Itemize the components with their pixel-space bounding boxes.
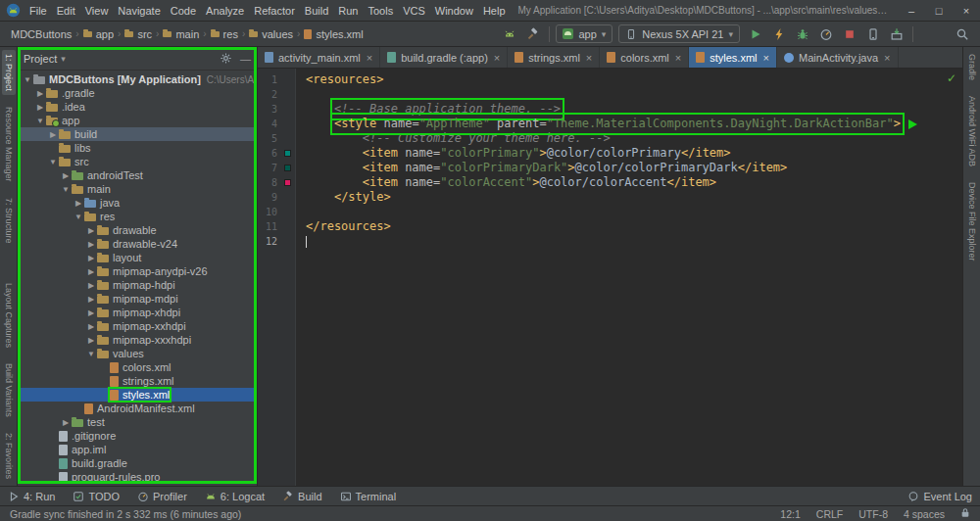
- tree-expand-icon[interactable]: ▶: [85, 336, 97, 345]
- tree-item-mipmap-anydpi-v26[interactable]: ▶mipmap-anydpi-v26: [18, 264, 257, 278]
- menu-analyze[interactable]: Analyze: [201, 5, 249, 17]
- tree-expand-icon[interactable]: ▶: [85, 267, 97, 276]
- tree-collapse-icon[interactable]: ▼: [47, 158, 59, 166]
- tool-window-build[interactable]: Build: [282, 491, 321, 502]
- stop-button[interactable]: [840, 24, 859, 44]
- tree-collapse-icon[interactable]: ▼: [34, 117, 46, 125]
- tree-item-res[interactable]: ▼res: [18, 210, 257, 223]
- tree-item-mipmap-xhdpi[interactable]: ▶mipmap-xhdpi: [18, 306, 257, 319]
- tool-stripe-7-structure[interactable]: 7: Structure: [2, 194, 16, 248]
- sdk-manager-button[interactable]: [887, 24, 906, 44]
- caret-position[interactable]: 12:1: [780, 508, 800, 520]
- profile-button[interactable]: [816, 24, 836, 44]
- tree-item-app-iml[interactable]: app.iml: [18, 443, 257, 456]
- tree-item-mdcbuttons-my-application[interactable]: ▼MDCButtons [My Application]C:\Users\Adi…: [18, 72, 257, 86]
- tool-window-profiler[interactable]: Profiler: [137, 491, 187, 502]
- tree-collapse-icon[interactable]: ▼: [85, 350, 97, 358]
- menu-navigate[interactable]: Navigate: [113, 5, 165, 17]
- tree-expand-icon[interactable]: ▶: [34, 89, 46, 98]
- tree-item-mipmap-hdpi[interactable]: ▶mipmap-hdpi: [18, 278, 257, 292]
- breadcrumb-styles-xml[interactable]: styles.xml: [301, 28, 366, 40]
- tree-expand-icon[interactable]: ▶: [85, 254, 97, 262]
- close-tab-icon[interactable]: ×: [675, 52, 681, 64]
- tree-item-androidtest[interactable]: ▶androidTest: [18, 168, 257, 182]
- tree-item-styles-xml[interactable]: styles.xml: [18, 388, 257, 402]
- menu-run[interactable]: Run: [333, 5, 363, 17]
- tree-item-colors-xml[interactable]: colors.xml: [18, 360, 257, 374]
- debug-button[interactable]: [793, 24, 812, 44]
- tree-expand-icon[interactable]: ▶: [85, 281, 97, 290]
- tool-stripe-android-wifi-adb[interactable]: Android WiFi ADB: [965, 92, 979, 170]
- tree-item-gitignore[interactable]: .gitignore: [18, 429, 257, 443]
- tree-item-layout[interactable]: ▶layout: [18, 251, 257, 264]
- tree-item-src[interactable]: ▼src: [18, 155, 257, 168]
- tree-item-idea[interactable]: ▶.idea: [18, 100, 257, 114]
- avd-manager-button[interactable]: [863, 24, 883, 44]
- search-everywhere-button[interactable]: [953, 24, 972, 44]
- tree-expand-icon[interactable]: ▶: [85, 295, 97, 304]
- tree-item-libs[interactable]: libs: [18, 141, 257, 155]
- tree-expand-icon[interactable]: ▶: [47, 130, 59, 139]
- menu-edit[interactable]: Edit: [52, 5, 80, 17]
- inspection-ok-icon[interactable]: ✓: [947, 71, 956, 85]
- tree-expand-icon[interactable]: ▶: [60, 171, 72, 180]
- tree-expand-icon[interactable]: ▶: [34, 103, 46, 112]
- code-line-5[interactable]: 5 <!-- Customize your theme here. -->: [258, 131, 962, 146]
- tool-window-4-run[interactable]: 4: Run: [8, 491, 55, 502]
- run-button[interactable]: [746, 24, 765, 44]
- close-tab-icon[interactable]: ×: [586, 52, 592, 64]
- maximize-button[interactable]: □: [925, 0, 953, 21]
- close-tab-icon[interactable]: ×: [367, 52, 372, 64]
- breadcrumb-res[interactable]: res: [208, 28, 241, 40]
- code-line-12[interactable]: 12: [258, 234, 962, 249]
- close-tab-icon[interactable]: ×: [884, 52, 890, 64]
- breadcrumb-values[interactable]: values: [246, 28, 296, 40]
- code-line-1[interactable]: 1<resources>: [258, 72, 962, 87]
- tree-item-mipmap-xxhdpi[interactable]: ▶mipmap-xxhdpi: [18, 319, 257, 333]
- close-tab-icon[interactable]: ×: [494, 52, 500, 64]
- menu-vcs[interactable]: VCS: [398, 5, 430, 17]
- settings-gear-icon[interactable]: [220, 52, 232, 65]
- make-project-button[interactable]: [523, 24, 543, 44]
- readonly-lock-icon[interactable]: [960, 507, 970, 520]
- sync-project-button[interactable]: [500, 24, 519, 44]
- tool-stripe-1-project[interactable]: 1: Project: [2, 50, 16, 95]
- tree-item-test[interactable]: ▶test: [18, 415, 257, 429]
- code-line-7[interactable]: 7 <item name="colorPrimaryDark">@color/c…: [258, 161, 962, 175]
- indent-indicator[interactable]: 4 spaces: [904, 508, 945, 520]
- tree-item-java[interactable]: ▶java: [18, 196, 257, 210]
- tree-item-values[interactable]: ▼values: [18, 347, 257, 360]
- tab-mainactivity-java[interactable]: MainActivity.java×: [777, 47, 899, 68]
- tool-window-todo[interactable]: TODO: [73, 491, 120, 502]
- tool-stripe-2-favorites[interactable]: 2: Favorites: [2, 429, 16, 483]
- close-button[interactable]: ×: [953, 0, 980, 21]
- code-line-9[interactable]: 9 </style>: [258, 190, 962, 205]
- code-line-4[interactable]: 4 <style name="AppTheme" parent="Theme.M…: [258, 117, 962, 131]
- breadcrumb-src[interactable]: src: [122, 28, 155, 40]
- tree-expand-icon[interactable]: ▶: [60, 418, 72, 427]
- tree-expand-icon[interactable]: ▶: [85, 322, 97, 331]
- tree-item-build-gradle[interactable]: build.gradle: [18, 456, 257, 470]
- encoding-indicator[interactable]: UTF-8: [858, 508, 888, 520]
- breadcrumb-app[interactable]: app: [80, 28, 117, 40]
- code-line-10[interactable]: 10: [258, 205, 962, 219]
- tree-item-app[interactable]: ▼app: [18, 114, 257, 127]
- tree-item-main[interactable]: ▼main: [18, 182, 257, 196]
- tab-styles-xml[interactable]: styles.xml×: [689, 47, 777, 68]
- menu-build[interactable]: Build: [300, 5, 333, 17]
- tree-item-strings-xml[interactable]: strings.xml: [18, 374, 257, 388]
- tree-collapse-icon[interactable]: ▼: [60, 185, 72, 194]
- hide-panel-icon[interactable]: —: [240, 53, 251, 65]
- code-line-8[interactable]: 8 <item name="colorAccent">@color/colorA…: [258, 175, 962, 190]
- code-line-6[interactable]: 6 <item name="colorPrimary">@color/color…: [258, 146, 962, 161]
- tree-item-drawable[interactable]: ▶drawable: [18, 223, 257, 237]
- minimize-button[interactable]: –: [898, 0, 925, 21]
- menu-code[interactable]: Code: [166, 5, 201, 17]
- menu-refactor[interactable]: Refactor: [249, 5, 300, 17]
- device-dropdown[interactable]: Nexus 5X API 21 ▾: [618, 24, 740, 43]
- run-config-dropdown[interactable]: app ▾: [556, 24, 612, 43]
- tool-window-6-logcat[interactable]: 6: Logcat: [205, 491, 265, 502]
- tool-stripe-device-file-explorer[interactable]: Device File Explorer: [965, 178, 979, 265]
- tab-build-gradle-app[interactable]: build.gradle (:app)×: [380, 47, 508, 68]
- close-tab-icon[interactable]: ×: [763, 52, 769, 64]
